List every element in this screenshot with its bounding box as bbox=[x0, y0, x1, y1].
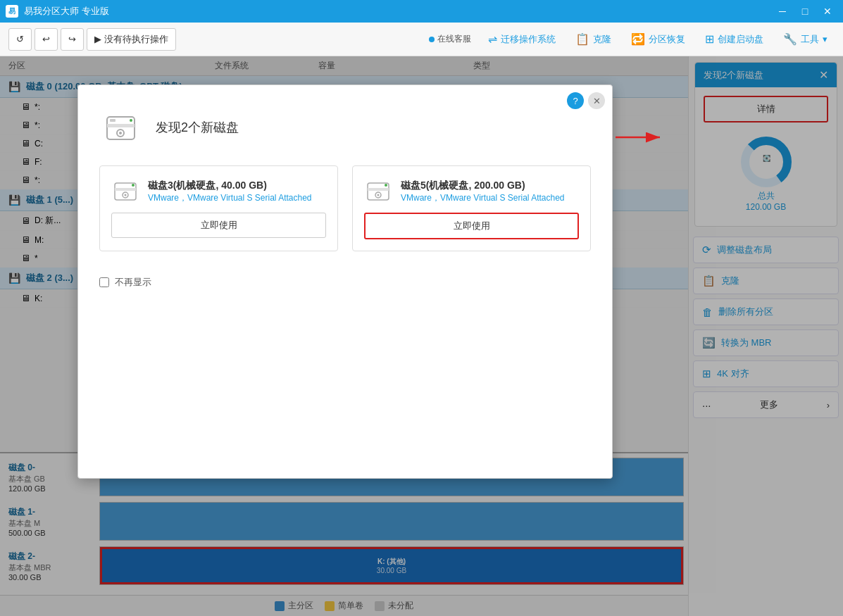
online-dot bbox=[429, 37, 435, 42]
partition-restore-action[interactable]: 🔁 分区恢复 bbox=[624, 28, 692, 50]
toolbar-right-actions: ⇌ 迁移操作系统 📋 克隆 🔁 分区恢复 ⊞ 创建启动盘 🔧 工具 ▾ bbox=[481, 28, 835, 50]
svg-rect-7 bbox=[110, 119, 115, 122]
titlebar: 易 易我分区大师 专业版 ─ □ ✕ bbox=[0, 0, 843, 23]
tools-dropdown-icon: ▾ bbox=[823, 34, 828, 44]
disk5-card: 磁盘5(机械硬盘, 200.00 GB) VMware，VMware Virtu… bbox=[352, 165, 591, 251]
disk5-card-header: 磁盘5(机械硬盘, 200.00 GB) VMware，VMware Virtu… bbox=[364, 177, 579, 206]
no-show-checkbox[interactable] bbox=[99, 277, 109, 287]
disk3-name: 磁盘3(机械硬盘, 40.00 GB) bbox=[148, 180, 312, 192]
disk3-vendor: VMware，VMware Virtual S Serial Attached bbox=[148, 192, 312, 204]
modal-close-button[interactable]: ✕ bbox=[588, 92, 605, 109]
disk3-use-now-button[interactable]: 立即使用 bbox=[111, 213, 326, 238]
svg-point-17 bbox=[377, 194, 380, 196]
svg-rect-15 bbox=[368, 188, 389, 191]
disk3-icon-svg bbox=[112, 178, 139, 205]
disk5-vendor: VMware，VMware Virtual S Serial Attached bbox=[401, 192, 565, 204]
arrow-svg bbox=[612, 123, 668, 151]
migrate-label: 迁移操作系统 bbox=[501, 33, 556, 46]
titlebar-controls: ─ □ ✕ bbox=[773, 4, 837, 19]
no-ops-button[interactable]: ▶ 没有待执行操作 bbox=[87, 28, 176, 51]
modal-overlay[interactable]: ? ✕ 发现2个新磁盘 bbox=[0, 56, 843, 616]
disk3-card: 磁盘3(机械硬盘, 40.00 GB) VMware，VMware Virtua… bbox=[99, 165, 338, 251]
red-arrow bbox=[612, 123, 668, 153]
clone-icon: 📋 bbox=[575, 32, 589, 46]
modal-dialog: ? ✕ 发现2个新磁盘 bbox=[77, 84, 613, 479]
redo-icon: ↪ bbox=[68, 34, 76, 44]
disk3-card-icon bbox=[111, 177, 139, 206]
support-area: 在线客服 bbox=[429, 33, 471, 45]
modal-title: 发现2个新磁盘 bbox=[156, 119, 239, 136]
restore-icon: 🔁 bbox=[631, 32, 645, 46]
disk5-name: 磁盘5(机械硬盘, 200.00 GB) bbox=[401, 180, 565, 192]
disk5-card-info: 磁盘5(机械硬盘, 200.00 GB) VMware，VMware Virtu… bbox=[401, 180, 565, 204]
clone-action[interactable]: 📋 克隆 bbox=[568, 28, 618, 50]
refresh-button[interactable]: ↺ bbox=[8, 28, 32, 51]
support-label: 在线客服 bbox=[437, 33, 471, 45]
disk3-card-info: 磁盘3(机械硬盘, 40.00 GB) VMware，VMware Virtua… bbox=[148, 180, 312, 204]
close-button[interactable]: ✕ bbox=[818, 4, 837, 19]
minimize-button[interactable]: ─ bbox=[773, 4, 792, 19]
svg-rect-4 bbox=[107, 124, 135, 127]
modal-footer: 不再显示 bbox=[99, 265, 591, 289]
svg-point-13 bbox=[132, 184, 135, 187]
modal-help-button[interactable]: ? bbox=[567, 92, 584, 109]
modal-disks: 磁盘3(机械硬盘, 40.00 GB) VMware，VMware Virtua… bbox=[99, 165, 591, 251]
app-title: 易我分区大师 专业版 bbox=[24, 5, 773, 18]
undo-button[interactable]: ↩ bbox=[35, 28, 58, 51]
refresh-icon: ↺ bbox=[16, 34, 24, 44]
svg-point-18 bbox=[385, 184, 387, 187]
modal-disk-icon bbox=[99, 106, 142, 149]
disk-icon-svg bbox=[101, 108, 140, 147]
migrate-icon: ⇌ bbox=[488, 32, 497, 46]
no-show-label: 不再显示 bbox=[115, 276, 151, 289]
play-icon: ▶ bbox=[94, 34, 101, 44]
svg-point-6 bbox=[119, 132, 122, 134]
modal-top-icons: ? ✕ bbox=[567, 92, 605, 109]
redo-button[interactable]: ↪ bbox=[61, 28, 84, 51]
create-boot-action[interactable]: ⊞ 创建启动盘 bbox=[698, 28, 770, 50]
disk5-icon-svg bbox=[365, 178, 392, 205]
maximize-button[interactable]: □ bbox=[795, 4, 815, 19]
toolbar: ↺ ↩ ↪ ▶ 没有待执行操作 在线客服 ⇌ 迁移操作系统 📋 克隆 🔁 分区恢… bbox=[0, 23, 843, 56]
create-boot-label: 创建启动盘 bbox=[718, 33, 763, 46]
partition-restore-label: 分区恢复 bbox=[649, 33, 685, 46]
svg-rect-10 bbox=[115, 188, 136, 191]
disk3-card-header: 磁盘3(机械硬盘, 40.00 GB) VMware，VMware Virtua… bbox=[111, 177, 326, 206]
boot-icon: ⊞ bbox=[705, 32, 714, 46]
tools-icon: 🔧 bbox=[783, 32, 797, 46]
tools-action[interactable]: 🔧 工具 ▾ bbox=[776, 28, 835, 50]
svg-point-8 bbox=[130, 119, 132, 122]
undo-icon: ↩ bbox=[42, 34, 50, 44]
disk5-card-icon bbox=[364, 177, 392, 206]
disk5-use-now-button[interactable]: 立即使用 bbox=[364, 213, 579, 239]
app-logo: 易 bbox=[6, 5, 18, 18]
svg-point-12 bbox=[125, 194, 127, 196]
migrate-action[interactable]: ⇌ 迁移操作系统 bbox=[481, 28, 563, 50]
modal-header: 发现2个新磁盘 bbox=[99, 106, 591, 149]
tools-label: 工具 bbox=[801, 33, 819, 46]
no-ops-label: 没有待执行操作 bbox=[104, 33, 168, 46]
clone-label: 克隆 bbox=[593, 33, 611, 46]
